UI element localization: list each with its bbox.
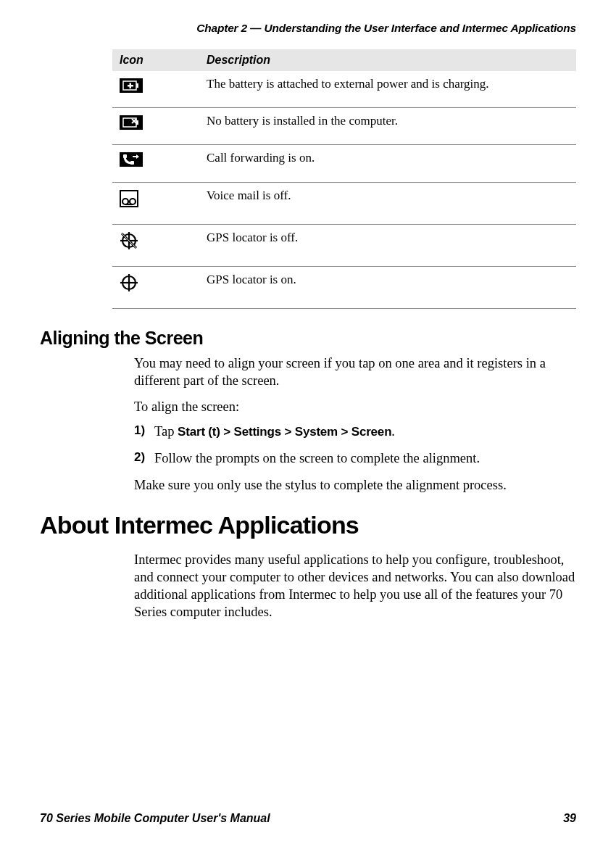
page-number: 39 [563,812,576,825]
voicemail-off-icon [120,190,137,206]
table-row: GPS locator is off. [112,225,576,267]
table-row: Voice mail is off. [112,183,576,225]
paragraph: Intermec provides many useful applicatio… [134,551,576,621]
battery-charging-icon [120,78,143,93]
running-head: Chapter 2 — Understanding the User Inter… [40,22,576,35]
icon-description-table: Icon Description The battery is at [112,49,576,309]
steps-list: 1) Tap Start (t) > Settings > System > S… [134,423,576,468]
description-cell: GPS locator is off. [199,225,576,267]
icon-cell [112,225,199,267]
no-battery-icon [120,115,143,130]
table-row: Call forwarding is on. [112,145,576,183]
step-number: 1) [134,423,154,441]
step-post: . [391,424,395,439]
table-row: The battery is attached to external powe… [112,71,576,108]
table-row: No battery is installed in the computer. [112,108,576,145]
description-cell: No battery is installed in the computer. [199,108,576,145]
paragraph: You may need to align your screen if you… [134,355,576,389]
step-pre: Tap [154,424,178,439]
description-cell: Call forwarding is on. [199,145,576,183]
description-cell: GPS locator is on. [199,267,576,309]
footer: 70 Series Mobile Computer User's Manual … [40,812,576,825]
svg-rect-1 [136,83,138,88]
paragraph: To align the screen: [134,398,576,415]
table-row: GPS locator is on. [112,267,576,309]
th-description: Description [199,49,576,71]
list-item: 2) Follow the prompts on the screen to c… [134,449,576,468]
call-forwarding-icon [120,152,143,167]
paragraph: Make sure you only use the stylus to com… [134,476,576,494]
icon-cell [112,183,199,225]
gps-off-icon [120,232,137,248]
footer-title: 70 Series Mobile Computer User's Manual [40,812,270,825]
icon-cell [112,145,199,183]
icon-cell [112,108,199,145]
svg-marker-11 [136,154,139,159]
svg-rect-3 [130,83,132,89]
step-text: Follow the prompts on the screen to comp… [154,449,480,468]
svg-rect-9 [130,161,134,165]
step-number: 2) [134,449,154,468]
step-bold: Start (t) > Settings > System > Screen [178,425,391,439]
gps-on-icon [120,274,137,290]
svg-rect-8 [123,154,127,158]
description-cell: Voice mail is off. [199,183,576,225]
heading-aligning-screen: Aligning the Screen [40,328,576,349]
description-cell: The battery is attached to external powe… [199,71,576,108]
svg-rect-10 [133,156,136,157]
svg-rect-4 [123,118,136,127]
step-pre: Follow the prompts on the screen to comp… [154,451,480,465]
page: Chapter 2 — Understanding the User Inter… [0,0,616,854]
icon-cell [112,267,199,309]
step-text: Tap Start (t) > Settings > System > Scre… [154,423,395,441]
svg-rect-5 [136,120,138,125]
heading-about-intermec: About Intermec Applications [40,511,576,539]
list-item: 1) Tap Start (t) > Settings > System > S… [134,423,576,441]
th-icon: Icon [112,49,199,71]
icon-cell [112,71,199,108]
